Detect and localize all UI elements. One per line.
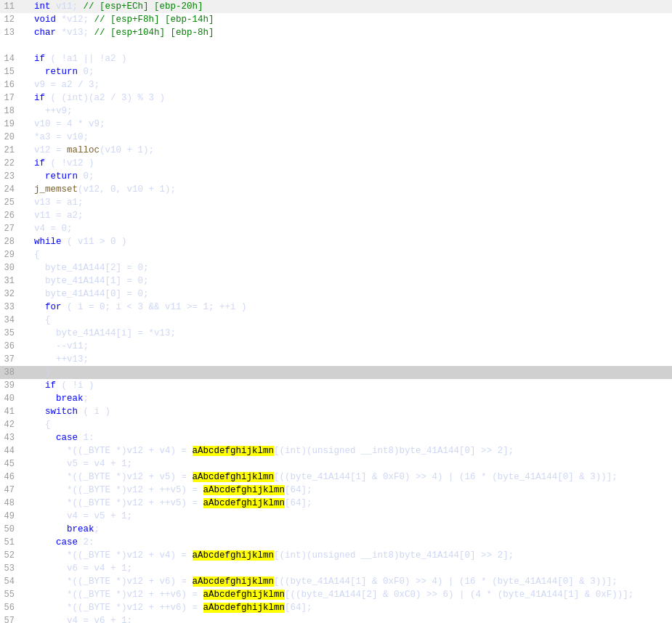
line-content: { bbox=[20, 418, 672, 431]
table-row: 26 v11 = a2; bbox=[0, 209, 672, 222]
table-row: 46 *((_BYTE *)v12 + v5) = aAbcdefghijklm… bbox=[0, 471, 672, 484]
line-content: break; bbox=[20, 523, 672, 536]
table-row: 31 byte_41A144[1] = 0; bbox=[0, 274, 672, 288]
table-row: 44 *((_BYTE *)v12 + v4) = aAbcdefghijklm… bbox=[0, 444, 672, 457]
table-row bbox=[0, 39, 672, 52]
line-number: 41 bbox=[0, 405, 20, 418]
line-content: switch ( i ) bbox=[20, 405, 672, 418]
line-number: 34 bbox=[0, 314, 20, 327]
line-content: case 1: bbox=[20, 431, 672, 444]
line-number: 17 bbox=[0, 91, 20, 105]
line-content: return 0; bbox=[20, 65, 672, 78]
line-number: 14 bbox=[0, 52, 20, 65]
line-number: 29 bbox=[0, 248, 20, 261]
line-number: 12 bbox=[0, 13, 20, 26]
line-content: for ( i = 0; i < 3 && v11 >= 1; ++i ) bbox=[20, 301, 672, 314]
line-number: 48 bbox=[0, 497, 20, 510]
line-number: 56 bbox=[0, 601, 20, 614]
table-row: 14 if ( !a1 || !a2 ) bbox=[0, 52, 672, 65]
line-content: { bbox=[20, 314, 672, 327]
line-number: 26 bbox=[0, 209, 20, 222]
line-number: 18 bbox=[0, 105, 20, 118]
table-row: 24 j_memset(v12, 0, v10 + 1); bbox=[0, 183, 672, 196]
table-row: 49 v4 = v5 + 1; bbox=[0, 510, 672, 523]
line-number: 43 bbox=[0, 431, 20, 444]
line-content: v13 = a1; bbox=[20, 196, 672, 209]
line-content: v4 = v5 + 1; bbox=[20, 510, 672, 523]
table-row: 48 *((_BYTE *)v12 + ++v5) = aAbcdefghijk… bbox=[0, 497, 672, 510]
line-number: 40 bbox=[0, 392, 20, 405]
line-number: 51 bbox=[0, 536, 20, 549]
line-number: 52 bbox=[0, 549, 20, 562]
line-content: *((_BYTE *)v12 + v4) = aAbcdefghijklmn[(… bbox=[20, 549, 672, 562]
line-number: 28 bbox=[0, 235, 20, 248]
line-number: 21 bbox=[0, 144, 20, 157]
line-number: 25 bbox=[0, 196, 20, 209]
table-row: 28 while ( v11 > 0 ) bbox=[0, 235, 672, 248]
table-row: 13 char *v13; // [esp+104h] [ebp-8h] bbox=[0, 26, 672, 39]
table-row: 40 break; bbox=[0, 392, 672, 405]
table-row: 16 v9 = a2 / 3; bbox=[0, 78, 672, 91]
line-number: 16 bbox=[0, 78, 20, 91]
table-row: 38 } bbox=[0, 366, 672, 379]
line-content: *((_BYTE *)v12 + v4) = aAbcdefghijklmn[(… bbox=[20, 444, 672, 457]
line-number: 44 bbox=[0, 444, 20, 457]
line-content: } bbox=[20, 366, 672, 379]
line-number: 11 bbox=[0, 0, 20, 13]
line-content: if ( (int)(a2 / 3) % 3 ) bbox=[20, 91, 672, 105]
line-content: v11 = a2; bbox=[20, 209, 672, 222]
table-row: 43 case 1: bbox=[0, 431, 672, 444]
line-number: 24 bbox=[0, 183, 20, 196]
line-number: 15 bbox=[0, 65, 20, 78]
table-row: 51 case 2: bbox=[0, 536, 672, 549]
table-row: 53 v6 = v4 + 1; bbox=[0, 562, 672, 575]
line-content: while ( v11 > 0 ) bbox=[20, 235, 672, 248]
line-content: *((_BYTE *)v12 + ++v6) = aAbcdefghijklmn… bbox=[20, 601, 672, 614]
line-number: 38 bbox=[0, 366, 20, 379]
line-number: 23 bbox=[0, 170, 20, 183]
line-content: break; bbox=[20, 392, 672, 405]
line-content: return 0; bbox=[20, 170, 672, 183]
line-number: 55 bbox=[0, 588, 20, 601]
line-number: 30 bbox=[0, 261, 20, 274]
table-row: 27 v4 = 0; bbox=[0, 222, 672, 235]
table-row: 32 byte_41A144[0] = 0; bbox=[0, 288, 672, 301]
line-number: 13 bbox=[0, 26, 20, 39]
line-content: v12 = malloc(v10 + 1); bbox=[20, 144, 672, 157]
line-number: 32 bbox=[0, 288, 20, 301]
line-number: 19 bbox=[0, 118, 20, 131]
line-content: ++v9; bbox=[20, 105, 672, 118]
table-row: 55 *((_BYTE *)v12 + ++v6) = aAbcdefghijk… bbox=[0, 588, 672, 601]
table-row: 39 if ( !i ) bbox=[0, 379, 672, 392]
line-content: v10 = 4 * v9; bbox=[20, 118, 672, 131]
table-row: 29 { bbox=[0, 248, 672, 261]
line-content: *((_BYTE *)v12 + v6) = aAbcdefghijklmn[(… bbox=[20, 575, 672, 588]
line-content: int v11; // [esp+ECh] [ebp-20h] bbox=[20, 0, 672, 13]
line-number: 22 bbox=[0, 157, 20, 170]
line-number: 46 bbox=[0, 471, 20, 484]
line-content: *((_BYTE *)v12 + ++v5) = aAbcdefghijklmn… bbox=[20, 484, 672, 497]
line-number: 39 bbox=[0, 379, 20, 392]
table-row: 23 return 0; bbox=[0, 170, 672, 183]
line-content: char *v13; // [esp+104h] [ebp-8h] bbox=[20, 26, 672, 39]
line-number: 49 bbox=[0, 510, 20, 523]
line-content: *((_BYTE *)v12 + ++v6) = aAbcdefghijklmn… bbox=[20, 588, 672, 601]
line-content: byte_41A144[0] = 0; bbox=[20, 288, 672, 301]
line-content: *((_BYTE *)v12 + ++v5) = aAbcdefghijklmn… bbox=[20, 497, 672, 510]
table-row: 34 { bbox=[0, 314, 672, 327]
table-row: 25 v13 = a1; bbox=[0, 196, 672, 209]
line-number: 31 bbox=[0, 274, 20, 288]
table-row: 42 { bbox=[0, 418, 672, 431]
table-row: 21 v12 = malloc(v10 + 1); bbox=[0, 144, 672, 157]
line-content: *a3 = v10; bbox=[20, 131, 672, 144]
line-content: void *v12; // [esp+F8h] [ebp-14h] bbox=[20, 13, 672, 26]
table-row: 41 switch ( i ) bbox=[0, 405, 672, 418]
line-content: v4 = 0; bbox=[20, 222, 672, 235]
line-content: if ( !i ) bbox=[20, 379, 672, 392]
line-number: 36 bbox=[0, 340, 20, 353]
table-row: 52 *((_BYTE *)v12 + v4) = aAbcdefghijklm… bbox=[0, 549, 672, 562]
line-content: --v11; bbox=[20, 340, 672, 353]
table-row: 56 *((_BYTE *)v12 + ++v6) = aAbcdefghijk… bbox=[0, 601, 672, 614]
line-number: 53 bbox=[0, 562, 20, 575]
line-content: { bbox=[20, 248, 672, 261]
